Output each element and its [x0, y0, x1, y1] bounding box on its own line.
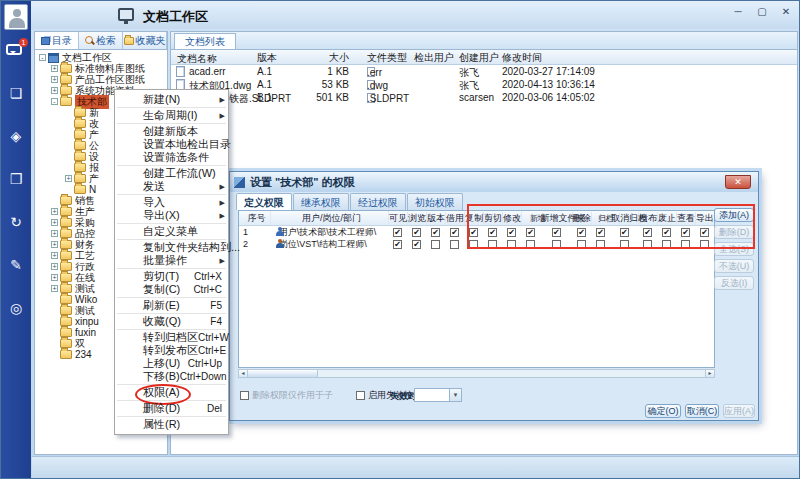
context-menu-item[interactable]: 导出(X) ▶ — [115, 209, 228, 222]
context-menu-item[interactable]: 新建(N) ▶ — [115, 93, 228, 106]
column-checkout-user[interactable]: 检出用户 — [414, 51, 454, 65]
avatar[interactable] — [4, 4, 28, 30]
context-menu-item[interactable]: 批量操作 ▶ — [115, 254, 228, 267]
permission-checkbox[interactable] — [591, 240, 610, 249]
permission-checkbox[interactable] — [638, 228, 657, 237]
permission-checkbox[interactable] — [388, 240, 407, 249]
document-row[interactable]: acad.err A.1 1 KB .err 张飞 2020-03-27 17:… — [171, 65, 797, 78]
maximize-button[interactable]: ▢ — [755, 6, 769, 17]
permission-checkbox[interactable] — [540, 240, 572, 249]
permission-checkbox[interactable] — [502, 240, 521, 249]
permission-checkbox[interactable] — [657, 228, 676, 237]
apply-button[interactable]: 应用(A) — [723, 404, 755, 418]
close-button[interactable]: ✕ — [779, 6, 793, 17]
permission-row[interactable]: 2 岗位\VST\结构工程师\ — [239, 238, 714, 250]
dialog-tab[interactable]: 经过权限 — [350, 193, 406, 210]
permission-checkbox[interactable] — [426, 240, 445, 249]
rail-icon[interactable]: ❒ — [10, 171, 23, 187]
expander-icon[interactable]: + — [51, 263, 58, 270]
expander-icon[interactable]: + — [65, 175, 72, 182]
permission-checkbox[interactable] — [388, 228, 407, 237]
permission-checkbox[interactable] — [426, 228, 445, 237]
permission-checkbox[interactable] — [483, 240, 502, 249]
expander-icon[interactable]: + — [51, 241, 58, 248]
permission-checkbox[interactable] — [610, 240, 638, 249]
permission-checkbox[interactable] — [610, 228, 638, 237]
permission-checkbox[interactable] — [464, 240, 483, 249]
tab-favorites[interactable]: 收藏夹 — [123, 32, 167, 49]
checkbox-icon[interactable] — [240, 391, 249, 400]
context-menu-item[interactable]: 权限(A) — [115, 386, 228, 399]
column-type[interactable]: 文件类型 — [367, 51, 407, 65]
context-menu-item[interactable]: 设置筛选条件 — [115, 151, 228, 164]
expander-icon[interactable]: + — [51, 219, 58, 226]
rail-icon[interactable]: ❏ — [10, 85, 23, 101]
context-menu-item[interactable]: 生命周期(I) ▶ — [115, 109, 228, 122]
context-menu-item[interactable]: 创建工作流(W) — [115, 167, 228, 180]
permission-checkbox[interactable] — [407, 228, 426, 237]
expander-icon[interactable]: + — [51, 76, 58, 83]
checkbox-icon[interactable] — [356, 391, 365, 400]
expander-icon[interactable]: + — [51, 230, 58, 237]
expiry-time-dropdown[interactable] — [414, 388, 462, 402]
permission-checkbox[interactable] — [445, 240, 464, 249]
scroll-left-icon[interactable]: ◄ — [239, 370, 248, 377]
permission-checkbox[interactable] — [657, 240, 676, 249]
expander-icon[interactable]: - — [51, 98, 58, 105]
expander-icon[interactable]: + — [51, 274, 58, 281]
expander-icon[interactable]: + — [51, 87, 58, 94]
context-menu-item[interactable]: 发送 ▶ — [115, 180, 228, 193]
permission-checkbox[interactable] — [572, 228, 591, 237]
expander-icon[interactable]: + — [51, 252, 58, 259]
permission-action-button[interactable]: 不选(U) — [714, 259, 754, 273]
tab-document-list[interactable]: 文档列表 — [174, 33, 236, 50]
permission-action-button[interactable]: 全选(S) — [714, 242, 754, 256]
permission-checkbox[interactable] — [676, 228, 695, 237]
permission-action-button[interactable]: 删除(D) — [714, 225, 754, 239]
permission-checkbox[interactable] — [638, 240, 657, 249]
delete-scope-checkbox[interactable]: 删除权限仅作用于子 — [240, 389, 333, 402]
rail-icon[interactable]: ↻ — [10, 214, 22, 230]
dialog-tab[interactable]: 初始权限 — [407, 193, 463, 210]
permission-checkbox[interactable] — [521, 228, 540, 237]
expander-icon[interactable]: + — [51, 65, 58, 72]
permission-checkbox[interactable] — [540, 228, 572, 237]
document-row[interactable]: 农用卷簧铁器.SLDPRT B.1 501 KB .SLDPRT scarsen… — [171, 91, 797, 104]
permission-checkboxes[interactable] — [388, 228, 714, 237]
tab-search[interactable]: 检索 — [79, 32, 123, 49]
permission-checkbox[interactable] — [521, 240, 540, 249]
permission-checkbox[interactable] — [676, 240, 695, 249]
permission-checkbox[interactable] — [572, 240, 591, 249]
expander-icon[interactable]: + — [51, 285, 58, 292]
dialog-tab[interactable]: 继承权限 — [293, 193, 349, 210]
rail-icon[interactable]: ◎ — [10, 300, 22, 316]
expander-icon[interactable]: - — [39, 54, 46, 61]
permission-checkbox[interactable] — [695, 240, 714, 249]
rail-icon[interactable]: ◈ — [11, 128, 22, 144]
column-modified-time[interactable]: 修改时间 — [502, 51, 542, 65]
cancel-button[interactable]: 取消(C) — [685, 404, 719, 418]
column-create-user[interactable]: 创建用户 — [459, 51, 499, 65]
permission-action-button[interactable]: 添加(A) — [714, 208, 754, 222]
permission-checkboxes[interactable] — [388, 240, 714, 249]
document-row[interactable]: 技术部01.dwg A.1 53 KB .dwg 张飞 2020-04-13 1… — [171, 78, 797, 91]
minimize-button[interactable]: ─ — [731, 6, 745, 17]
permission-row[interactable]: 1 用户\技术部\技术工程师\ — [239, 226, 714, 238]
permission-checkbox[interactable] — [464, 228, 483, 237]
dialog-tab[interactable]: 定义权限 — [236, 193, 292, 210]
context-menu-item[interactable]: 属性(R) — [115, 418, 228, 431]
permission-checkbox[interactable] — [407, 240, 426, 249]
context-menu-item[interactable]: 刷新(E) F5 — [115, 299, 228, 312]
rail-icon[interactable]: ✎ — [10, 257, 22, 273]
column-size[interactable]: 大小 — [309, 51, 349, 65]
expander-icon[interactable]: + — [51, 208, 58, 215]
permission-checkbox[interactable] — [695, 228, 714, 237]
context-menu-item[interactable]: 复制(C) Ctrl+C — [115, 283, 228, 296]
permission-checkbox[interactable] — [445, 228, 464, 237]
horizontal-scrollbar[interactable]: ◄ ► — [238, 369, 715, 378]
column-version[interactable]: 版本 — [257, 51, 277, 65]
context-menu-item[interactable]: 下移(B) Ctrl+Down — [115, 370, 228, 383]
messages-icon[interactable]: 1 — [6, 41, 26, 59]
scroll-right-icon[interactable]: ► — [705, 370, 714, 377]
context-menu-item[interactable]: 删除(D) Del — [115, 402, 228, 415]
